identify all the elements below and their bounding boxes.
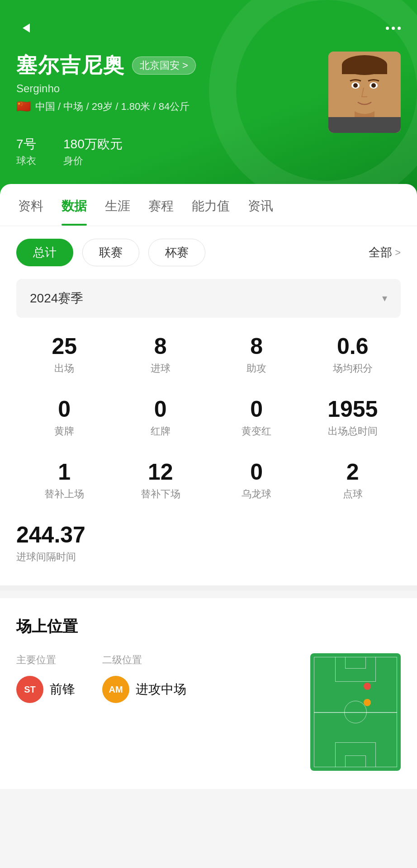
jersey-stat: 7号 球衣 xyxy=(16,126,36,168)
player-name: 塞尔吉尼奥 xyxy=(16,52,125,80)
stat-label: 场均积分 xyxy=(305,362,401,375)
chevron-right-icon: > xyxy=(395,247,401,259)
stats-row-1: 25 出场 8 进球 8 助攻 0.6 场均积分 xyxy=(16,334,401,375)
filter-all-button[interactable]: 全部 > xyxy=(369,245,401,260)
tab-bar: 资料 数据 生涯 赛程 能力值 资讯 xyxy=(0,184,417,226)
secondary-badge-row: AM 进攻中场 xyxy=(102,676,186,703)
field-center-circle xyxy=(344,701,367,723)
jersey-sublabel: 球衣 xyxy=(16,154,36,168)
stat-label: 进球 xyxy=(113,362,209,375)
player-info: 塞尔吉尼奥 北京国安 > Serginho 🇨🇳 中国 / 中场 / 29岁 /… xyxy=(16,52,328,168)
hero-section: 塞尔吉尼奥 北京国安 > Serginho 🇨🇳 中国 / 中场 / 29岁 /… xyxy=(0,0,417,195)
field-top-small-box xyxy=(345,657,366,669)
stat-special-label: 进球间隔时间 xyxy=(16,550,401,564)
stat-label: 乌龙球 xyxy=(208,487,305,501)
svg-rect-2 xyxy=(328,117,401,133)
svg-point-11 xyxy=(384,84,391,94)
tab-ability[interactable]: 能力值 xyxy=(183,184,239,226)
primary-position-name: 前锋 xyxy=(50,681,75,698)
stat-label: 助攻 xyxy=(208,362,305,375)
position-section: 场上位置 主要位置 ST 前锋 二级位置 AM 进攻中场 xyxy=(0,598,417,789)
stat-appearances: 25 出场 xyxy=(16,334,113,375)
stat-label: 出场 xyxy=(16,362,113,375)
field-bottom-small-box xyxy=(345,755,366,767)
tab-career[interactable]: 生涯 xyxy=(96,184,139,226)
stat-label: 出场总时间 xyxy=(305,425,401,438)
svg-rect-5 xyxy=(342,65,387,74)
dot-icon xyxy=(398,27,401,30)
stat-label: 黄变红 xyxy=(208,425,305,438)
filter-row: 总计 联赛 杯赛 全部 > xyxy=(0,226,417,279)
stat-label: 替补下场 xyxy=(113,487,209,501)
primary-position-title: 主要位置 xyxy=(16,653,75,667)
section-divider xyxy=(0,585,417,591)
top-bar xyxy=(16,18,401,38)
stat-label: 黄牌 xyxy=(16,425,113,438)
stat-value: 0 xyxy=(16,397,113,422)
stat-avg-score: 0.6 场均积分 xyxy=(305,334,401,375)
stat-goals: 8 进球 xyxy=(113,334,209,375)
position-content: 主要位置 ST 前锋 二级位置 AM 进攻中场 xyxy=(16,653,401,771)
player-meta: 🇨🇳 中国 / 中场 / 29岁 / 1.80米 / 84公斤 xyxy=(16,99,328,113)
svg-point-9 xyxy=(371,83,376,88)
position-section-title: 场上位置 xyxy=(16,616,401,637)
back-button[interactable] xyxy=(16,18,36,38)
football-field xyxy=(310,653,401,771)
hero-content: 塞尔吉尼奥 北京国安 > Serginho 🇨🇳 中国 / 中场 / 29岁 /… xyxy=(16,52,401,168)
position-dot-secondary xyxy=(364,699,371,706)
chevron-down-icon: ▾ xyxy=(382,292,387,304)
market-value-label: 身价 xyxy=(63,154,123,168)
dot-icon xyxy=(392,27,395,30)
filter-league[interactable]: 联赛 xyxy=(82,239,139,266)
stat-sub-on: 1 替补上场 xyxy=(16,460,113,501)
back-arrow-icon xyxy=(23,24,30,33)
more-button[interactable] xyxy=(386,27,401,30)
stat-special-value: 244.37 xyxy=(16,523,401,547)
stat-value: 0.6 xyxy=(305,334,401,359)
player-details: 中国 / 中场 / 29岁 / 1.80米 / 84公斤 xyxy=(35,100,190,113)
tab-schedule[interactable]: 赛程 xyxy=(139,184,183,226)
jersey-label: 号 xyxy=(24,137,36,151)
season-label: 2024赛季 xyxy=(30,290,83,307)
market-value-unit: 万欧元 xyxy=(85,137,123,151)
secondary-position-title: 二级位置 xyxy=(102,653,186,667)
filter-cup[interactable]: 杯赛 xyxy=(148,239,205,266)
stat-value: 2 xyxy=(305,460,401,485)
filter-total[interactable]: 总计 xyxy=(16,239,73,266)
stat-assists: 8 助攻 xyxy=(208,334,305,375)
stat-value: 8 xyxy=(113,334,209,359)
st-badge: ST xyxy=(16,676,43,703)
stat-value: 0 xyxy=(113,397,209,422)
name-row: 塞尔吉尼奥 北京国安 > xyxy=(16,52,328,80)
am-badge: AM xyxy=(102,676,129,703)
stat-value: 1 xyxy=(16,460,113,485)
team-badge-button[interactable]: 北京国安 > xyxy=(132,57,196,75)
stat-value: 8 xyxy=(208,334,305,359)
stat-label: 红牌 xyxy=(113,425,209,438)
stat-value: 0 xyxy=(208,397,305,422)
stat-label: 点球 xyxy=(305,487,401,501)
tab-news[interactable]: 资讯 xyxy=(239,184,282,226)
stat-value: 0 xyxy=(208,460,305,485)
hero-stats-row: 7号 球衣 180万欧元 身价 xyxy=(16,126,328,168)
stats-section: 25 出场 8 进球 8 助攻 0.6 场均积分 0 黄牌 0 xyxy=(0,334,417,501)
stat-red-cards: 0 红牌 xyxy=(113,397,209,438)
player-avatar xyxy=(328,52,401,133)
primary-badge-row: ST 前锋 xyxy=(16,676,75,703)
player-name-en: Serginho xyxy=(16,82,328,95)
stat-total-time: 1955 出场总时间 xyxy=(305,397,401,438)
stat-label: 替补上场 xyxy=(16,487,113,501)
stat-value: 25 xyxy=(16,334,113,359)
tab-data[interactable]: 数据 xyxy=(52,184,96,226)
avatar-image xyxy=(328,52,401,133)
stat-penalties: 2 点球 xyxy=(305,460,401,501)
stat-value: 12 xyxy=(113,460,209,485)
stat-yellow-cards: 0 黄牌 xyxy=(16,397,113,438)
stat-yellow-red: 0 黄变红 xyxy=(208,397,305,438)
season-selector[interactable]: 2024赛季 ▾ xyxy=(16,279,401,318)
position-dot-primary xyxy=(364,683,371,690)
primary-position-group: 主要位置 ST 前锋 xyxy=(16,653,75,703)
stat-sub-off: 12 替补下场 xyxy=(113,460,209,501)
secondary-position-group: 二级位置 AM 进攻中场 xyxy=(102,653,186,703)
tab-profile[interactable]: 资料 xyxy=(9,184,52,226)
